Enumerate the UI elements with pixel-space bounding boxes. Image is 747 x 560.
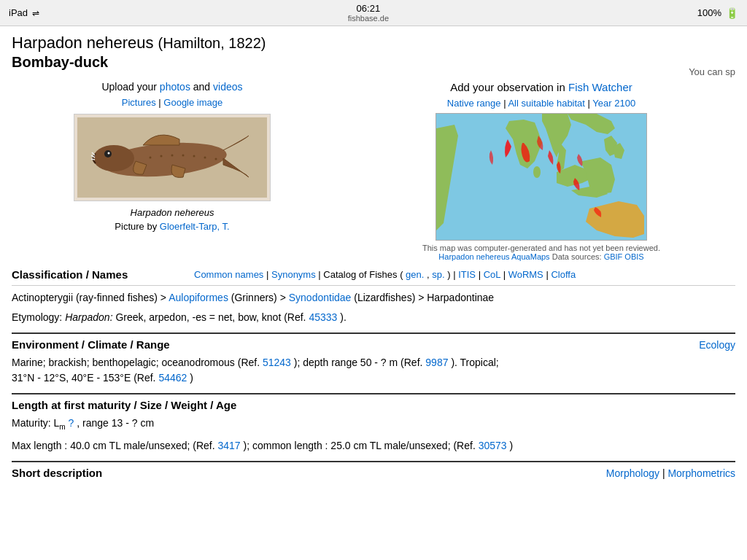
ref-54462[interactable]: 54462 <box>158 372 187 384</box>
fish-image <box>74 114 271 201</box>
battery-icon: 🔋 <box>726 7 738 19</box>
svg-point-11 <box>182 155 185 157</box>
fish-watcher-link[interactable]: Fish Watcher <box>568 81 632 93</box>
svg-point-12 <box>193 155 196 158</box>
short-desc-links: Morphology | Morphometrics <box>606 467 735 479</box>
itis-link[interactable]: ITIS <box>458 269 476 280</box>
author-year: (Hamilton, 1822) <box>158 35 266 51</box>
environment-section-header: Environment / Climate / Range Ecology <box>12 332 735 351</box>
range-map <box>436 113 647 241</box>
google-image-link[interactable]: Google image <box>163 97 222 108</box>
gbif-link[interactable]: GBIF <box>604 252 623 261</box>
fish-credit: Picture by Gloerfelt-Tarp, T. <box>12 221 333 232</box>
ref-51243[interactable]: 51243 <box>263 357 291 368</box>
left-column: Upload your photos and videos Pictures |… <box>12 81 333 261</box>
pictures-link[interactable]: Pictures <box>122 97 156 108</box>
upload-text: Upload your photos and videos <box>12 81 333 93</box>
fish-caption: Harpadon nehereus <box>12 207 333 218</box>
morphometrics-link[interactable]: Morphometrics <box>667 467 735 479</box>
classification-nav: Classification / Names Common names | Sy… <box>12 268 735 286</box>
status-center: 06:21 fishbase.de <box>348 3 389 23</box>
svg-point-14 <box>215 158 217 160</box>
svg-point-7 <box>108 152 110 155</box>
lm-subscript: m <box>59 423 65 431</box>
svg-point-10 <box>171 155 174 157</box>
maturity-body: Maturity: Lm ? , range 13 - ? cm <box>12 416 735 432</box>
classification-links: Common names | Synonyms | Catalog of Fis… <box>194 269 735 280</box>
svg-point-13 <box>204 157 206 159</box>
main-content-columns: Upload your photos and videos Pictures |… <box>12 81 735 261</box>
photos-link[interactable]: photos <box>160 81 190 93</box>
aquamaps-link[interactable]: AquaMaps <box>511 252 550 261</box>
catalog-sp-link[interactable]: sp. <box>432 269 444 280</box>
ref-9987[interactable]: 9987 <box>425 357 448 368</box>
taxonomy-text: Actinopterygii (ray-finned fishes) > Aul… <box>12 290 735 306</box>
status-left: iPad ⇌ <box>9 7 39 18</box>
synonyms-link[interactable]: Synonyms <box>271 269 316 280</box>
ref-30573[interactable]: 30573 <box>479 440 507 451</box>
native-range-link[interactable]: Native range <box>447 98 501 109</box>
url-display: fishbase.de <box>348 14 389 23</box>
common-names-link[interactable]: Common names <box>194 269 263 280</box>
short-desc-section-header: Short description Morphology | Morphomet… <box>12 461 735 479</box>
top-note: You can sp <box>689 66 735 77</box>
pictures-links: Pictures | Google image <box>12 97 333 108</box>
order-link[interactable]: Aulopiformes <box>169 292 228 303</box>
harpadon-map-link[interactable]: Harpadon nehereus <box>438 252 509 261</box>
etymology-text: Etymology: Harpadon: Greek, arpedon, -es… <box>12 310 735 325</box>
catalog-gen-link[interactable]: gen. <box>406 269 424 280</box>
col-link[interactable]: CoL <box>484 269 500 280</box>
maturity-title: Length at first maturity / Size / Weight… <box>12 399 236 411</box>
device-label: iPad <box>9 7 28 18</box>
family-link[interactable]: Synodontidae <box>289 292 352 303</box>
species-latin-name: Harpadon nehereus (Hamilton, 1822) You c… <box>12 34 735 52</box>
map-caption: This map was computer-generated and has … <box>347 244 735 261</box>
cloffa-link[interactable]: Cloffa <box>551 269 576 280</box>
obis-link[interactable]: OBIS <box>624 252 643 261</box>
svg-point-16 <box>533 166 541 178</box>
svg-line-5 <box>91 159 95 160</box>
environment-body: Marine; brackish; benthopelagic; oceanod… <box>12 355 735 386</box>
svg-point-8 <box>150 157 152 159</box>
worms-link[interactable]: WoRMS <box>508 269 543 280</box>
time-display: 06:21 <box>348 3 389 14</box>
credit-link[interactable]: Gloerfelt-Tarp, T. <box>160 221 230 232</box>
svg-point-9 <box>160 155 163 158</box>
right-column: Add your observation in Fish Watcher Nat… <box>347 81 735 261</box>
etymology-ref-link[interactable]: 45333 <box>309 311 337 323</box>
ecology-link-container: Ecology <box>699 339 735 351</box>
species-common-name: Bombay-duck <box>12 54 735 71</box>
fish-watcher-text: Add your observation in Fish Watcher <box>347 81 735 93</box>
short-desc-title: Short description <box>12 467 102 479</box>
all-suitable-link[interactable]: All suitable habitat <box>508 98 585 109</box>
maturity-question-link[interactable]: ? <box>69 417 74 429</box>
classification-title: Classification / Names <box>12 268 194 281</box>
map-links: Native range | All suitable habitat | Ye… <box>347 98 735 109</box>
status-bar: iPad ⇌ 06:21 fishbase.de 100% 🔋 <box>0 0 747 26</box>
environment-title: Environment / Climate / Range <box>12 338 170 351</box>
latin-name-italic: Harpadon nehereus <box>12 34 153 52</box>
ecology-link[interactable]: Ecology <box>699 339 735 351</box>
status-right: 100% 🔋 <box>697 7 738 19</box>
morphology-link[interactable]: Morphology <box>606 467 659 479</box>
videos-link[interactable]: videos <box>213 81 242 93</box>
max-length-body: Max length : 40.0 cm TL male/unsexed; (R… <box>12 438 735 454</box>
year-2100-link[interactable]: Year 2100 <box>592 98 635 109</box>
battery-label: 100% <box>697 7 721 18</box>
ref-3417[interactable]: 3417 <box>217 440 240 451</box>
maturity-section-header: Length at first maturity / Size / Weight… <box>12 393 735 411</box>
species-title-block: Harpadon nehereus (Hamilton, 1822) You c… <box>12 34 735 71</box>
wifi-icon: ⇌ <box>32 8 39 18</box>
svg-point-2 <box>93 145 134 171</box>
